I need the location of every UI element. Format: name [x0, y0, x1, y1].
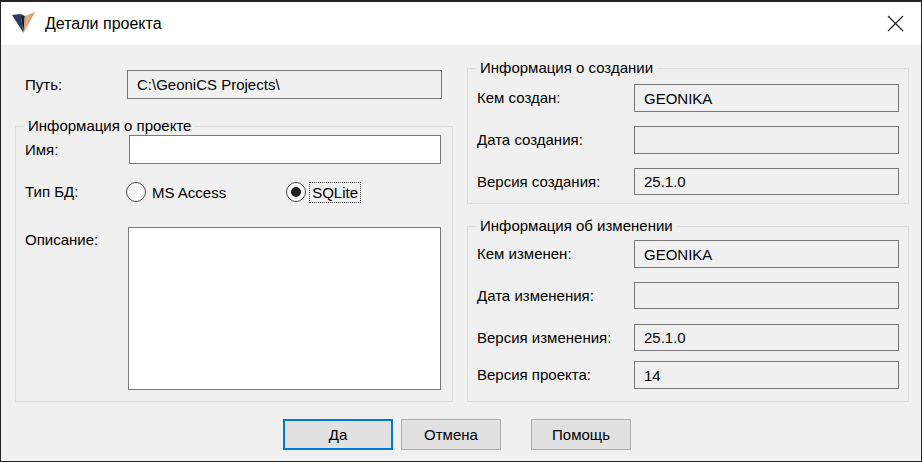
- project-info-group-title: Информация о проекте: [24, 117, 195, 134]
- name-input[interactable]: [129, 135, 441, 164]
- help-button[interactable]: Помощь: [531, 419, 631, 450]
- created-by-label: Кем создан:: [477, 84, 561, 112]
- creation-info-group-title: Информация о создании: [476, 59, 657, 76]
- description-textarea[interactable]: [128, 227, 441, 390]
- yes-button[interactable]: Да: [283, 419, 393, 450]
- radio-ms-access[interactable]: MS Access: [126, 182, 228, 202]
- creation-version-field[interactable]: [634, 168, 899, 195]
- db-type-label: Тип БД:: [25, 180, 78, 204]
- project-version-label: Версия проекта:: [477, 361, 591, 389]
- db-type-radio-group: MS Access SQLite: [126, 180, 360, 204]
- creation-date-field[interactable]: [634, 126, 899, 154]
- project-version-field[interactable]: [634, 361, 899, 389]
- path-label: Путь:: [25, 70, 62, 99]
- modification-info-group-title: Информация об изменении: [476, 217, 677, 234]
- modification-date-label: Дата изменения:: [477, 282, 594, 309]
- cancel-button[interactable]: Отмена: [401, 419, 501, 450]
- radio-unchecked-icon: [126, 182, 146, 202]
- created-by-field[interactable]: [634, 84, 899, 112]
- window-title: Детали проекта: [45, 2, 162, 45]
- radio-sqlite[interactable]: SQLite: [286, 182, 360, 202]
- radio-checked-icon: [286, 182, 306, 202]
- close-icon: [887, 15, 904, 32]
- modification-version-field[interactable]: [634, 324, 899, 351]
- description-label: Описание:: [25, 230, 98, 250]
- path-field[interactable]: [127, 70, 442, 99]
- titlebar: Детали проекта: [1, 2, 921, 45]
- modification-date-field[interactable]: [634, 282, 899, 309]
- modified-by-field[interactable]: [634, 240, 899, 268]
- close-button[interactable]: [876, 8, 914, 39]
- project-details-dialog: Детали проекта Путь: Информация о проект…: [0, 0, 922, 462]
- radio-sqlite-label: SQLite: [310, 183, 360, 202]
- creation-version-label: Версия создания:: [477, 168, 600, 195]
- radio-ms-access-label: MS Access: [150, 183, 228, 202]
- geonics-logo-icon: [11, 11, 36, 36]
- creation-date-label: Дата создания:: [477, 126, 583, 154]
- name-label: Имя:: [25, 135, 58, 164]
- modification-version-label: Версия изменения:: [477, 324, 611, 351]
- modified-by-label: Кем изменен:: [477, 240, 572, 268]
